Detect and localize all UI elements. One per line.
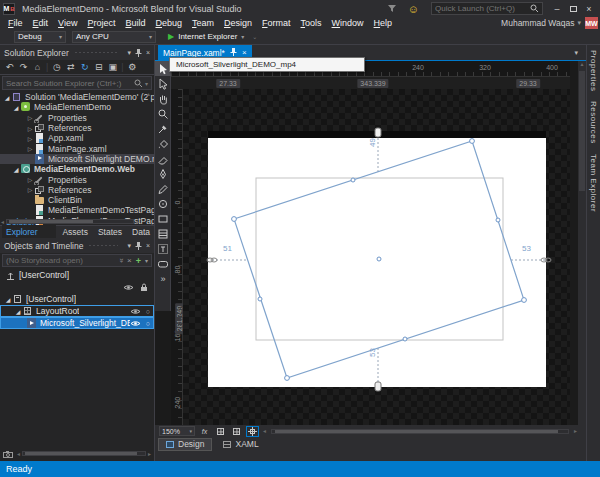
expander-icon[interactable] [26,125,34,132]
canvas-horizontal-scrollbar[interactable] [271,429,569,434]
expander-icon[interactable] [14,308,22,315]
tree-vertical-scrollbar[interactable]: ▲ [144,91,153,97]
design-surface[interactable] [183,81,570,438]
tree-item-project[interactable]: MediaElementDemo [0,102,154,112]
menu-edit[interactable]: Edit [28,18,54,28]
text-tool[interactable] [155,241,171,256]
avatar[interactable]: MW [585,17,598,29]
toolbar-overflow-icon[interactable]: ⌄ [252,33,257,40]
filter-icon[interactable] [388,5,396,13]
expander-icon[interactable] [26,176,34,183]
solution-search-input[interactable] [6,79,134,88]
tab-states[interactable]: States [94,226,126,238]
pin-icon[interactable] [230,48,237,58]
menu-view[interactable]: View [53,18,82,28]
button-control-tool[interactable] [155,256,171,271]
pin-icon[interactable] [135,242,142,250]
direct-selection-tool[interactable] [155,76,171,91]
objects-timeline-header[interactable]: Objects and Timeline ▾ × [0,238,154,253]
tree-item-webproject[interactable]: MediaElementDemo.Web [0,164,154,174]
tree-item-mainpagexaml[interactable]: MainPage.xaml [0,143,154,153]
solution-explorer-header[interactable]: Solution Explorer ▾ × [0,45,154,60]
tab-design[interactable]: Design [158,438,212,451]
tab-xaml[interactable]: XAML [216,438,265,451]
chevron-down-icon[interactable]: ▾ [577,19,581,27]
expander-icon[interactable] [26,135,34,142]
menu-team[interactable]: Team [187,18,219,28]
pending-changes-filter-icon[interactable]: ◷ [50,61,63,74]
quick-launch-box[interactable] [431,2,543,15]
configuration-dropdown[interactable]: Debug▾ [14,31,66,43]
minimize-button[interactable]: – [549,4,565,14]
zoom-tool[interactable] [155,106,171,121]
tab-team-explorer[interactable]: Team Explorer [589,154,598,212]
snap-grid-button[interactable] [230,426,243,437]
menu-project[interactable]: Project [82,18,120,28]
expander-icon[interactable] [12,166,20,173]
tree-item-references[interactable]: References [0,123,154,133]
tree-item-testpage-aspx[interactable]: MediaElementDemoTestPage.as [0,205,154,215]
scroll-left-arrow[interactable]: ◄ [262,428,267,434]
chevron-down-icon[interactable]: ▾ [145,80,148,87]
tab-assets[interactable]: Assets [58,226,92,238]
pan-tool[interactable] [155,91,171,106]
feedback-smiley-icon[interactable]: ☺ [408,4,419,14]
pin-icon[interactable] [135,49,142,57]
refresh-icon[interactable]: ↻ [78,61,91,74]
ellipse-tool[interactable] [155,196,171,211]
tree-item-references[interactable]: References [0,185,154,195]
forward-icon[interactable]: ↷ [17,61,30,74]
snap-to-snaplines-button[interactable] [246,426,259,437]
properties-icon[interactable]: ⚙ [126,61,139,74]
tree-item-mp4[interactable]: Microsoft Silverlight DEMO.mp4 [0,154,154,164]
chevron-down-icon[interactable]: ▾ [127,242,131,250]
chevrons-icon[interactable]: » [116,258,125,262]
eye-icon[interactable] [130,320,141,327]
collapse-all-icon[interactable]: ⊟ [92,61,105,74]
camera-icon[interactable] [3,450,13,458]
rectangle-tool[interactable] [155,211,171,226]
storyboard-picker[interactable]: (No Storyboard open) » × + ▾ [2,254,152,267]
scope-row[interactable]: [UserControl] [0,268,154,282]
document-list-chevron-icon[interactable]: ▾ [574,49,578,57]
expander-icon[interactable] [26,145,34,152]
tree-horizontal-scrollbar[interactable]: ◄► [0,218,140,225]
assets-chevron-icon[interactable]: » [155,271,171,286]
pencil-tool[interactable] [155,181,171,196]
tree-item-clientbin[interactable]: ClientBin [0,195,154,205]
paint-bucket-tool[interactable] [155,136,171,151]
user-name[interactable]: Muhammad Waqas [501,18,574,28]
maximize-button[interactable] [565,4,581,14]
close-icon[interactable]: × [242,48,247,57]
object-media-element[interactable]: Microsoft_Silverlight_DEMO_ ○ [0,317,154,329]
menu-file[interactable]: File [3,18,28,28]
chevron-down-icon[interactable]: ▾ [241,33,244,40]
scroll-right-arrow[interactable]: ► [573,428,578,434]
show-all-files-icon[interactable]: ▣ [106,61,119,74]
eye-icon[interactable] [130,308,141,315]
quick-launch-input[interactable] [435,4,530,13]
lock-toggle-icon[interactable]: ○ [146,320,150,327]
tab-data[interactable]: Data [128,226,154,238]
new-storyboard-icon[interactable]: + [136,256,141,266]
solution-search-box[interactable]: ▾ [2,76,152,90]
menu-design[interactable]: Design [219,18,257,28]
tree-item-properties[interactable]: Properties [0,113,154,123]
menu-debug[interactable]: Debug [150,18,187,28]
close-storyboard-icon[interactable]: × [127,256,132,265]
canvas-vertical-scrollbar[interactable]: ▲ [578,61,586,438]
pen-tool[interactable] [155,166,171,181]
selection-breadcrumb[interactable]: Microsoft_Silverlight_DEMO_mp4 [169,57,365,72]
tree-item-solution[interactable]: Solution 'MediaElementDemo' (2 proje [0,92,154,102]
menu-window[interactable]: Window [327,18,369,28]
eyedropper-tool[interactable] [155,121,171,136]
object-layoutroot[interactable]: LayoutRoot ○ [0,305,154,317]
tree-item-properties[interactable]: Properties [0,174,154,184]
run-target-label[interactable]: Internet Explorer [178,32,237,41]
expander-icon[interactable] [12,104,20,111]
items-control-tool[interactable] [155,226,171,241]
close-icon[interactable]: × [146,242,150,249]
object-usercontrol[interactable]: [UserControl] [0,293,154,305]
menu-build[interactable]: Build [120,18,150,28]
back-icon[interactable]: ↶ [3,61,16,74]
